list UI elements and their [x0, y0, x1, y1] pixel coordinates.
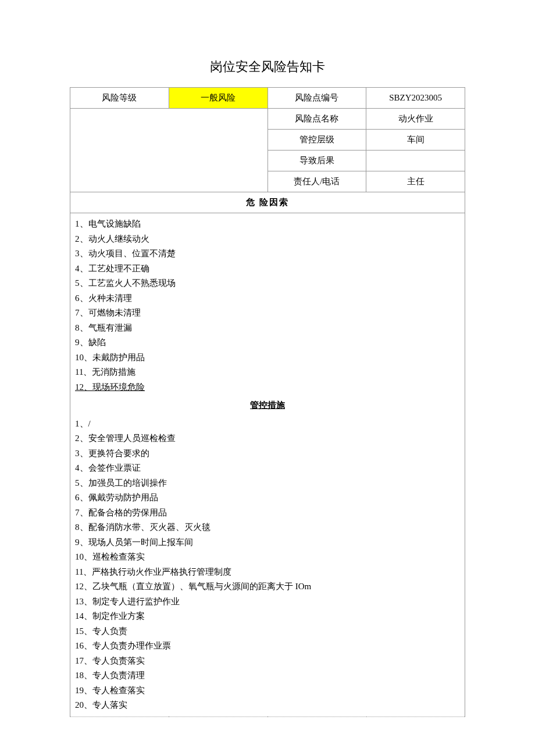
list-item: 4、会签作业票证 [75, 461, 460, 476]
list-item: 4、工艺处理不正确 [75, 261, 460, 277]
list-item: 14、制定作业方案 [75, 609, 460, 624]
risk-level-label: 风险等级 [70, 88, 169, 109]
list-item: 7、可燃物未清理 [75, 306, 460, 321]
list-item: 3、更换符合要求的 [75, 446, 460, 461]
list-item: 9、缺陷 [75, 335, 460, 350]
control-level-value: 车间 [366, 130, 465, 151]
list-item: 11、严格执行动火作业严格执行管理制度 [75, 565, 460, 580]
control-level-label: 管控层级 [268, 130, 366, 151]
risk-name-value: 动火作业 [366, 109, 465, 130]
list-item: 1、电气设施缺陷 [75, 217, 460, 232]
factors-heading: 危 险因索 [70, 192, 465, 213]
responsible-label: 责任人/电话 [268, 171, 366, 192]
empty-block [70, 109, 268, 192]
list-item: 15、专人负责 [75, 624, 460, 639]
list-item: 7、配备合格的劳保用品 [75, 506, 460, 521]
list-item: 16、专人负责办理作业票 [75, 639, 460, 654]
list-item: 5、加强员工的培训操作 [75, 476, 460, 491]
factors-list: 1、电气设施缺陷 2、动火人继续动火 3、动火项目、位置不清楚 4、工艺处理不正… [75, 217, 460, 395]
list-item: 18、专人负责清理 [75, 668, 460, 683]
list-item: 17、专人负责落实 [75, 654, 460, 669]
list-item: 2、动火人继续动火 [75, 232, 460, 247]
list-item: 20、专人落实 [75, 698, 460, 713]
measures-list: 1、/ 2、安全管理人员巡检检查 3、更换符合要求的 4、会签作业票证 5、加强… [75, 417, 460, 713]
risk-card-table: 风险等级 一般风险 风险点编号 SBZY2023005 风险点名称 动火作业 管… [70, 87, 465, 717]
responsible-value: 主任 [366, 171, 465, 192]
list-item: 2、安全管理人员巡检检查 [75, 431, 460, 446]
risk-id-value: SBZY2023005 [366, 88, 465, 109]
list-item: 8、配备消防水带、灭火器、灭火毯 [75, 520, 460, 535]
list-item: 12、现场环境危险 [75, 380, 460, 395]
list-item: 6、火种未清理 [75, 291, 460, 306]
list-item: 13、制定专人进行监护作业 [75, 594, 460, 610]
list-item: 12、乙块气瓶（直立放置）、氧气瓶与火源间的距离大于 IOm [75, 579, 460, 594]
risk-id-label: 风险点编号 [268, 88, 366, 109]
list-item: 3、动火项目、位置不清楚 [75, 246, 460, 261]
consequence-value [366, 151, 465, 171]
list-item: 11、无消防措施 [75, 365, 460, 380]
list-item: 5、工艺监火人不熟悉现场 [75, 276, 460, 291]
list-item: 6、佩戴劳动防护用品 [75, 490, 460, 506]
list-item: 10、未戴防护用品 [75, 350, 460, 366]
risk-level-value: 一般风险 [169, 88, 268, 109]
list-item: 1、/ [75, 417, 460, 432]
page-title: 岗位安全风险告知卡 [70, 58, 465, 76]
list-item: 9、现场人员第一时间上报车间 [75, 535, 460, 550]
risk-name-label: 风险点名称 [268, 109, 366, 130]
measures-heading: 管控措施 [75, 398, 460, 413]
list-item: 10、巡检检查落实 [75, 550, 460, 565]
consequence-label: 导致后果 [268, 151, 366, 171]
list-item: 8、气瓶有泄漏 [75, 321, 460, 336]
list-item: 19、专人检查落实 [75, 683, 460, 698]
content-body: 1、电气设施缺陷 2、动火人继续动火 3、动火项目、位置不清楚 4、工艺处理不正… [70, 213, 465, 717]
